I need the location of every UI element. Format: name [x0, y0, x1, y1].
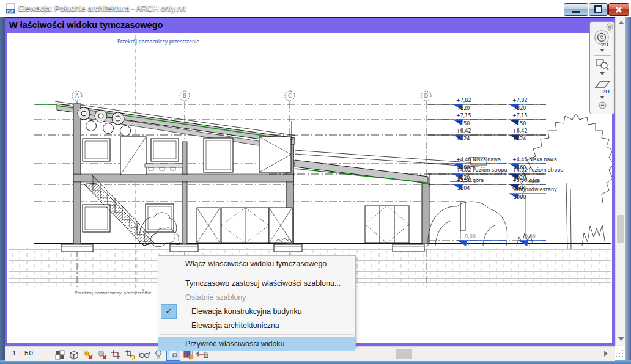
- navbar-close-icon[interactable]: [606, 23, 613, 31]
- temporary-hide-isolate-icon[interactable]: [138, 349, 150, 360]
- svg-text:6424: 6424: [514, 136, 526, 142]
- section-label-bottom: Przekrój pomocniczy przestrzenie: [75, 290, 152, 296]
- menu-item-label: Włącz właściwości widoku tymczasowego: [185, 260, 327, 268]
- minimize-button[interactable]: [564, 3, 588, 16]
- grid-bubble-d: D: [424, 93, 429, 99]
- rvt-file-icon: RVT: [5, 3, 16, 14]
- menu-item-label: Elewacja architektoniczna: [191, 321, 279, 330]
- vscroll-down-arrow[interactable]: [618, 337, 624, 341]
- svg-text:0,00: 0,00: [465, 234, 476, 239]
- pan-2d-icon[interactable]: 2D: [593, 79, 611, 95]
- svg-text:7820: 7820: [457, 106, 470, 111]
- svg-text:+7,82: +7,82: [512, 98, 528, 103]
- building: [35, 101, 487, 252]
- svg-text:RVT: RVT: [7, 10, 15, 13]
- navbar-divider: [594, 55, 611, 56]
- close-icon: [615, 6, 622, 13]
- menu-item-label: Tymczasowo zastosuj właściwości szablonu…: [185, 279, 341, 288]
- svg-text:2D: 2D: [601, 42, 608, 48]
- vertical-scrollbar[interactable]: [615, 17, 625, 346]
- svg-text:+4,46 Niska nawa: +4,46 Niska nawa: [456, 157, 501, 162]
- svg-text:+6,42: +6,42: [512, 128, 528, 134]
- detail-level-icon[interactable]: [54, 349, 65, 360]
- restore-button[interactable]: [589, 3, 608, 16]
- menu-item-restore-view-properties[interactable]: Przywróć właściwości widoku: [158, 337, 355, 351]
- svg-text:0: 0: [466, 242, 469, 247]
- restore-icon: [594, 5, 602, 13]
- menu-separator: [160, 274, 354, 274]
- grid-bubble-c: C: [288, 93, 292, 99]
- wheel-dropdown-caret[interactable]: [600, 49, 605, 52]
- shadows-off-icon[interactable]: [96, 349, 108, 360]
- svg-text:3504: 3504: [457, 186, 470, 191]
- menu-item-label: Elewacja konstrukcyjna budynku: [191, 307, 302, 316]
- menu-item-label: Ostatnie szablony: [185, 293, 246, 302]
- svg-text:+4,02 Poziom stropu: +4,02 Poziom stropu: [456, 167, 507, 173]
- hscroll-thumb[interactable]: [396, 349, 412, 359]
- crop-view-icon[interactable]: [110, 349, 122, 360]
- svg-text:0: 0: [527, 242, 530, 247]
- menu-item-architectural-elevation[interactable]: Elewacja architektoniczna: [158, 318, 355, 332]
- navbar-collapse-icon[interactable]: [599, 101, 607, 109]
- zoom-dropdown-caret[interactable]: [600, 72, 605, 75]
- svg-text:+3,50 góra: +3,50 góra: [456, 177, 484, 183]
- level-markers-right: +7,827820 +7,157150 +6,426424 +4,46 Nisk…: [509, 98, 564, 247]
- window-frame-left: [0, 17, 5, 360]
- extra-dim-value: 3580: [527, 179, 539, 184]
- menu-item-label: Przywróć właściwości widoku: [185, 340, 285, 348]
- sun-path-off-icon[interactable]: [82, 349, 94, 360]
- vscroll-thumb[interactable]: [617, 215, 624, 243]
- menu-item-structural-elevation[interactable]: ✓ Elewacja konstrukcyjna budynku: [158, 304, 355, 318]
- navigation-bar: 2D 2D: [589, 21, 615, 114]
- close-button[interactable]: [608, 3, 629, 16]
- vscroll-up-arrow[interactable]: [618, 21, 624, 24]
- hscroll-left-arrow[interactable]: [196, 351, 199, 357]
- menu-separator: [160, 334, 354, 335]
- steering-wheel-2d-icon[interactable]: 2D: [594, 29, 611, 48]
- svg-text:+7,15: +7,15: [456, 113, 471, 118]
- temporary-view-banner: W łaściwości widoku tymczasowego: [9, 20, 163, 30]
- window-frame-right: [625, 17, 631, 360]
- svg-text:3000: 3000: [514, 195, 526, 200]
- scale-control[interactable]: 1 : 50: [12, 349, 34, 357]
- svg-text:2D: 2D: [602, 89, 610, 95]
- menu-item-temporarily-apply-template[interactable]: Tymczasowo zastosuj właściwości szablonu…: [158, 276, 355, 290]
- zoom-icon[interactable]: [595, 57, 610, 71]
- visual-style-icon[interactable]: [68, 349, 79, 360]
- svg-text:+4,02 Poziom stropu: +4,02 Poziom stropu: [512, 167, 564, 173]
- grid-bubble-a: A: [75, 93, 79, 99]
- svg-text:+7,15: +7,15: [512, 113, 528, 118]
- section-label-top: Przekrój pomocniczy przestrzenie: [117, 38, 199, 45]
- svg-text:7150: 7150: [514, 121, 526, 126]
- svg-text:+4,46 Niska nawa: +4,46 Niska nawa: [512, 157, 557, 162]
- svg-text:+6,42: +6,42: [456, 128, 471, 134]
- svg-text:0,00: 0,00: [525, 234, 536, 239]
- svg-text:+7,82: +7,82: [456, 98, 471, 103]
- title-bar[interactable]: RVT Elewacja: Południe architektura - AR…: [0, 0, 631, 18]
- minimize-icon: [572, 11, 580, 13]
- resize-grip[interactable]: [616, 351, 624, 358]
- checkmark-icon: ✓: [161, 304, 177, 319]
- svg-text:6424: 6424: [457, 136, 470, 142]
- menu-item-enable-temporary-view-properties[interactable]: Włącz właściwości widoku tymczasowego: [158, 256, 355, 272]
- hscroll-right-arrow[interactable]: [604, 351, 608, 357]
- window-title: Elewacja: Południe architektura - ARCH o…: [18, 4, 186, 13]
- svg-text:Sufit podwieszany: Sufit podwieszany: [512, 187, 557, 192]
- menu-item-recent-templates: Ostatnie szablony: [158, 290, 355, 304]
- context-menu: Włącz właściwości widoku tymczasowego Ty…: [158, 255, 356, 348]
- grid-bubble-b: B: [183, 93, 186, 99]
- svg-text:7150: 7150: [457, 121, 470, 126]
- revit-view-window: RVT Elewacja: Południe architektura - AR…: [0, 0, 631, 364]
- pan-dropdown-caret[interactable]: [600, 96, 605, 99]
- crop-region-visibility-icon[interactable]: [124, 349, 136, 360]
- svg-text:7820: 7820: [514, 106, 526, 111]
